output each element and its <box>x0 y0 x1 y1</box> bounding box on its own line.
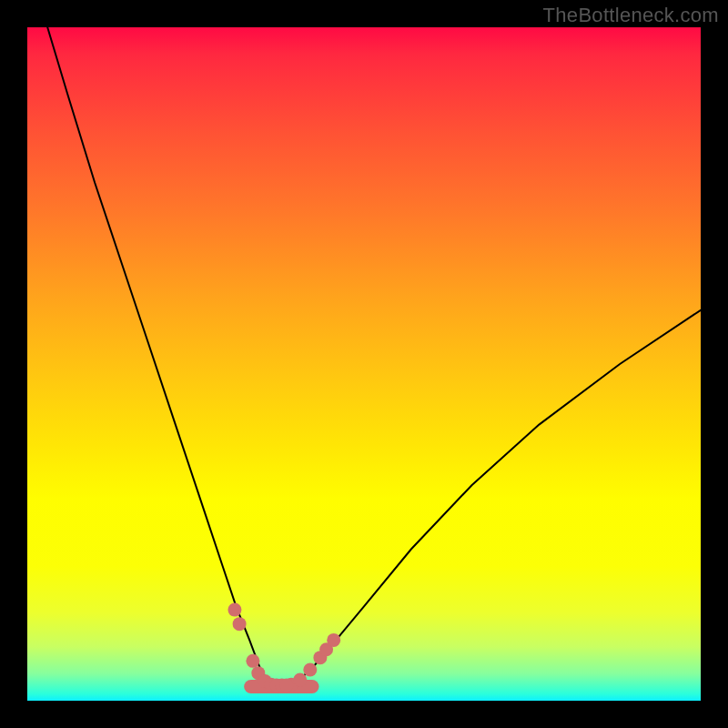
plot-area <box>27 27 701 701</box>
watermark-text: TheBottleneck.com <box>543 4 719 27</box>
chart-frame: TheBottleneck.com <box>0 0 728 728</box>
